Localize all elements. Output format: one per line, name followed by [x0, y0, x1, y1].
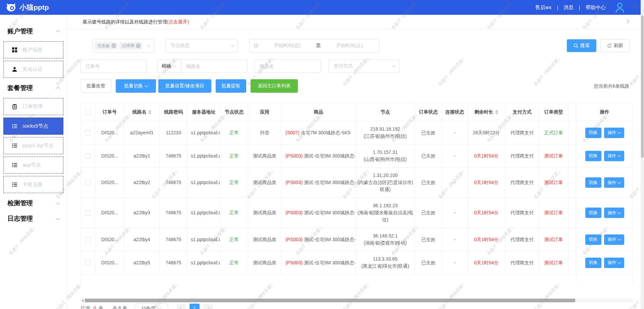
sidebar-section-2[interactable]: 检测管理 — [0, 195, 67, 211]
column-header-label: 应用 — [260, 108, 269, 116]
row-checkbox[interactable] — [85, 260, 91, 265]
match-mode-value: 精确 — [162, 63, 171, 69]
operate-button[interactable]: 操作 — [604, 151, 624, 161]
date-end-placeholder: 开始时间(止) — [324, 43, 375, 49]
cell-pay: 代理商支付 — [505, 198, 539, 228]
chevron-right-icon[interactable] — [625, 19, 629, 24]
link-help-center[interactable]: 帮助中心 — [586, 4, 606, 11]
sidebar-section-1[interactable]: 套餐管理 — [0, 80, 67, 96]
link-messages[interactable]: 消息 — [564, 4, 574, 11]
operate-button[interactable]: 操作 — [604, 208, 624, 218]
cell-check — [81, 168, 95, 197]
column-header-line_name[interactable]: 线路名 — [124, 103, 160, 121]
match-mode-select[interactable]: 精确 — [157, 59, 181, 73]
column-header-label: 节点 — [381, 108, 390, 116]
switch-button[interactable]: 切换 — [585, 151, 601, 161]
sidebar-item-账户信息[interactable]: 账户信息 — [3, 41, 63, 58]
sort-asc-icon[interactable] — [148, 110, 152, 112]
row-checkbox[interactable] — [85, 237, 91, 242]
sidebar-item-实名认证[interactable]: 实名认证 — [3, 61, 63, 78]
switch-button[interactable]: 切换 — [585, 208, 601, 218]
column-header-remain[interactable]: 剩余时长 — [468, 103, 505, 121]
batch-extract-button[interactable]: 批量提取 — [216, 79, 246, 93]
sidebar-item-label: 订单管理 — [22, 103, 43, 110]
sidebar-section-0[interactable]: 账户管理 — [0, 24, 67, 39]
date-range-picker[interactable]: 开始时间(起) 至 开始时间(止) — [249, 39, 379, 52]
page-1-button[interactable]: 1 — [190, 304, 200, 309]
sort-asc-icon[interactable] — [495, 110, 498, 112]
operate-button[interactable]: 操作 — [604, 258, 624, 268]
next-page-button[interactable] — [203, 304, 213, 309]
scroll-left-arrow-icon[interactable] — [82, 299, 84, 302]
order-status-multiselect[interactable]: 已生效 × 已停用 × — [93, 39, 154, 52]
back-to-orders-button[interactable]: 返回主订单列表 — [251, 79, 298, 93]
sidebar-item-label: 实名认证 — [22, 66, 43, 73]
avatar-dropdown-caret[interactable] — [632, 6, 635, 8]
row-checkbox[interactable] — [85, 130, 91, 135]
vertical-scrollbar-thumb[interactable] — [641, 15, 644, 158]
row-checkbox[interactable] — [85, 153, 91, 159]
sidebar-section-3[interactable]: 日志管理 — [0, 211, 67, 226]
prev-page-button[interactable] — [176, 304, 186, 309]
switch-button[interactable]: 切换 — [585, 177, 601, 188]
switch-button[interactable]: 切换 — [585, 128, 601, 138]
horizontal-scrollbar-thumb[interactable] — [85, 299, 575, 302]
sort-desc-icon[interactable] — [495, 113, 498, 115]
sidebar-item-卡密兑换[interactable]: 卡密兑换 — [3, 176, 63, 193]
column-header-pay: 支付方式 — [505, 103, 539, 121]
table-row: DIS20...a22tby4748675s1.pptpcloud.co正常测试… — [81, 228, 632, 251]
column-header-label: 操作 — [600, 108, 609, 116]
link-after-sales[interactable]: 售后wx — [535, 4, 551, 11]
cell-conn: - — [442, 198, 468, 228]
node-ip: 36.148.52.1 — [357, 232, 413, 239]
refresh-button[interactable]: 刷新 — [600, 39, 630, 52]
row-checkbox[interactable] — [85, 180, 91, 185]
operate-label: 操作 — [608, 210, 616, 216]
cell-node: 1.31.20.100(内蒙古自治区|巴彦淖尔市|联通) — [356, 168, 415, 197]
cell-product: (PS003) 测试-住宅5M 300城静态- — [281, 144, 356, 167]
user-avatar-icon[interactable] — [614, 1, 626, 13]
cell-node: 36.148.52.1(湖南省|娄底市|移动) — [356, 228, 415, 251]
cell-product: (PS003) 测试-住宅5M 300城静态- — [281, 198, 356, 228]
switch-button[interactable]: 切换 — [585, 234, 601, 245]
vertical-scrollbar[interactable] — [641, 0, 644, 309]
operate-button[interactable]: 操作 — [604, 234, 624, 245]
expand-link[interactable]: (点击展开) — [167, 19, 189, 25]
sort-desc-icon[interactable] — [148, 113, 152, 115]
tag-close-icon[interactable]: × — [111, 43, 116, 48]
conn-status-text: - — [454, 209, 455, 216]
order-type-text: 测试订单 — [544, 179, 563, 186]
switch-button[interactable]: 切换 — [585, 258, 601, 268]
line-name-input[interactable] — [181, 59, 247, 73]
horizontal-scrollbar[interactable] — [80, 299, 633, 302]
sidebar-item-订单管理[interactable]: 订单管理 — [3, 98, 63, 115]
row-checkbox[interactable] — [85, 210, 91, 216]
product-name-input[interactable] — [255, 59, 321, 73]
order-no-input[interactable] — [80, 59, 147, 73]
pay-method-select[interactable]: 支付方式 — [329, 59, 400, 73]
remaining-time: 0天1时54分 — [474, 152, 498, 160]
sort-carets-icon[interactable] — [495, 110, 498, 115]
select-all-checkbox[interactable] — [85, 109, 91, 115]
cell-server: s1.pptpcloud.co — [187, 121, 220, 144]
sidebar-item-socks5节点[interactable]: socks5节点 — [3, 118, 63, 135]
cell-order_type: 测试订单 — [539, 168, 569, 197]
cell-password: 748675 — [160, 251, 187, 274]
sidebar-item-pptp/L2tp节点[interactable]: pptp/L2tp节点 — [3, 137, 63, 154]
sort-carets-icon[interactable] — [148, 110, 152, 115]
sidebar-item-app节点[interactable]: app节点 — [3, 157, 63, 174]
cell-check — [81, 198, 95, 228]
batch-switch-button[interactable]: 批量切换 — [116, 79, 156, 93]
page-size-select[interactable]: 10条/页 — [135, 303, 168, 309]
tag-close-icon[interactable]: × — [136, 43, 141, 48]
node-status-select[interactable]: 节点状态 — [165, 39, 238, 52]
chevron-down-icon — [618, 180, 621, 184]
batch-repassword-button[interactable]: 批量改密 — [80, 79, 111, 93]
operate-button[interactable]: 操作 — [604, 177, 624, 188]
search-button[interactable]: 搜索 — [567, 39, 596, 52]
batch-modify-button[interactable]: 批量设置/修改项目 — [158, 79, 211, 93]
operate-button[interactable]: 操作 — [604, 128, 624, 138]
remaining-time: 0天1时54分 — [474, 259, 498, 266]
product-name: 测试-住宅5M 300城静态- — [303, 259, 356, 266]
cell-server: s1.pptpcloud.co — [187, 198, 220, 228]
